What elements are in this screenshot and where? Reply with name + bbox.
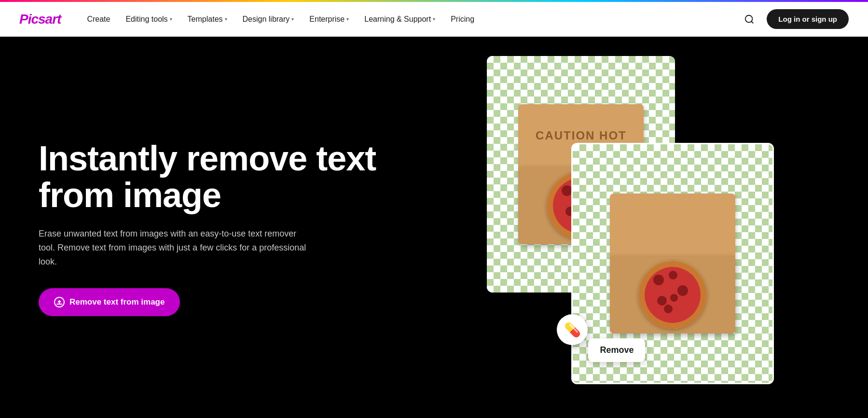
header-right: Log in or sign up (740, 9, 849, 29)
nav-design-library[interactable]: Design library ▾ (236, 11, 301, 28)
hero-content: Instantly remove text from image Erase u… (0, 102, 477, 355)
chevron-down-icon: ▾ (170, 16, 172, 22)
nav-enterprise[interactable]: Enterprise ▾ (303, 11, 356, 28)
remove-tooltip: Remove (588, 338, 645, 362)
chevron-down-icon: ▾ (433, 16, 435, 22)
cta-button[interactable]: Remove text from image (39, 288, 180, 316)
box-lid-text: CAUTION HOT (536, 129, 627, 143)
hero-images: CAUTION HOT (477, 37, 868, 418)
search-button[interactable] (740, 10, 759, 29)
upload-arrow-icon (56, 299, 63, 306)
chevron-down-icon: ▾ (225, 16, 227, 22)
magic-wand-icon: 💊 (564, 322, 581, 338)
upload-icon (54, 297, 65, 307)
box-base-after (610, 256, 735, 334)
header: Picsart Create Editing tools ▾ Templates… (0, 2, 868, 37)
main-nav: Create Editing tools ▾ Templates ▾ Desig… (80, 11, 740, 28)
search-icon (744, 14, 755, 25)
chevron-down-icon: ▾ (346, 16, 349, 22)
hero-title: Instantly remove text from image (39, 140, 448, 213)
nav-editing-tools[interactable]: Editing tools ▾ (119, 11, 179, 28)
magic-wand-button[interactable]: 💊 (557, 314, 588, 345)
picsart-logo[interactable]: Picsart (19, 12, 61, 27)
nav-create[interactable]: Create (80, 11, 117, 28)
svg-point-0 (745, 15, 753, 22)
login-button[interactable]: Log in or sign up (767, 9, 849, 29)
nav-templates[interactable]: Templates ▾ (181, 11, 234, 28)
nav-learning-support[interactable]: Learning & Support ▾ (358, 11, 442, 28)
chevron-down-icon: ▾ (291, 16, 294, 22)
hero-section: Instantly remove text from image Erase u… (0, 37, 868, 418)
box-lid-clean (610, 194, 735, 256)
nav-pricing[interactable]: Pricing (444, 11, 481, 28)
svg-line-1 (752, 21, 754, 23)
pizza-after (639, 261, 706, 329)
hero-subtitle: Erase unwanted text from images with an … (39, 227, 309, 268)
